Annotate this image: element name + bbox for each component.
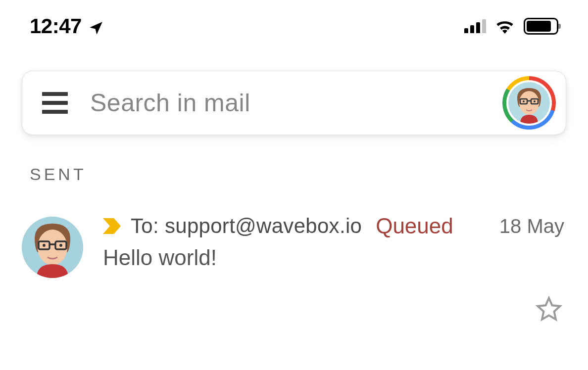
email-list-item[interactable]: To: support@wavebox.io Queued 18 May Hel… [0,184,588,278]
importance-marker-icon[interactable] [103,218,121,234]
queue-status: Queued [376,214,453,238]
svg-point-6 [534,100,536,102]
clock-time: 12:47 [30,14,82,38]
svg-point-12 [43,244,46,247]
star-icon [536,296,562,323]
to-address: support@wavebox.io [165,214,362,237]
star-button[interactable] [536,296,562,324]
status-time-group: 12:47 [30,14,104,38]
email-header-line: To: support@wavebox.io Queued 18 May [103,214,566,238]
search-bar[interactable]: Search in mail [22,71,566,135]
search-placeholder: Search in mail [90,89,480,117]
status-indicators [464,18,558,35]
account-avatar-button[interactable] [502,76,556,130]
cellular-signal-icon [464,19,486,33]
wifi-icon [495,19,515,34]
location-icon [88,18,104,35]
recipient-line: To: support@wavebox.io [131,214,362,238]
sender-avatar [22,217,83,278]
avatar-icon [508,82,550,124]
svg-point-8 [38,230,67,265]
email-date: 18 May [499,215,566,237]
email-subject: Hello world! [103,245,566,270]
status-bar: 12:47 [0,0,588,52]
svg-point-5 [523,100,525,102]
menu-icon[interactable] [42,92,68,114]
to-prefix: To: [131,214,159,237]
svg-point-13 [59,244,62,247]
battery-icon [524,18,558,35]
email-content: To: support@wavebox.io Queued 18 May Hel… [103,214,566,270]
folder-label: SENT [30,165,588,184]
